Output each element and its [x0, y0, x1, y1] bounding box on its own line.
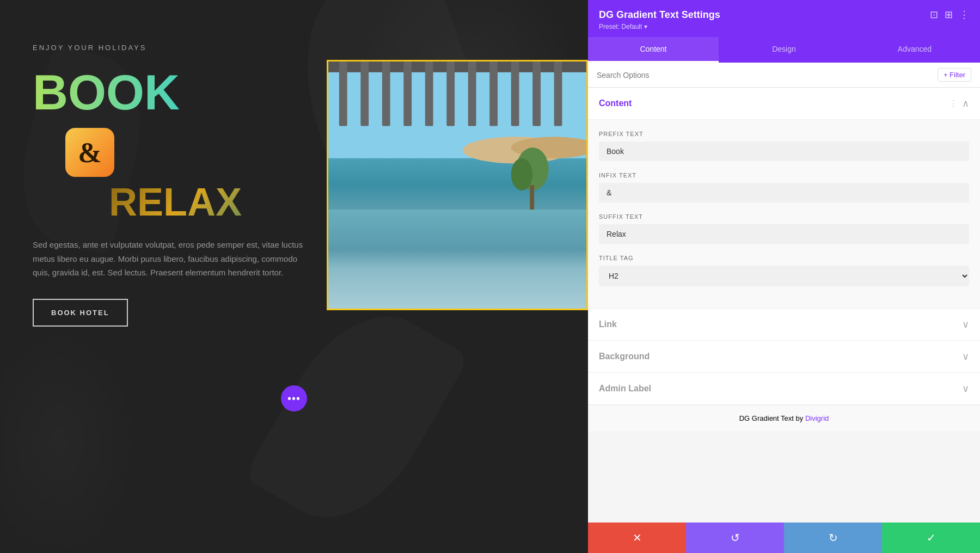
ampersand-logo: & [65, 128, 114, 177]
settings-panel: DG Gradient Text Settings ⊡ ⊞ ⋮ Preset: … [588, 0, 980, 553]
section-collapse-icon[interactable]: ∧ [962, 97, 969, 109]
admin-label-section-header: Admin Label ∨ [588, 373, 980, 404]
undo-button[interactable]: ↺ [686, 523, 784, 553]
link-section-header: Link ∨ [588, 309, 980, 340]
infix-label: Infix Text [599, 172, 969, 179]
infix-input[interactable] [599, 183, 969, 202]
panel-header-top: DG Gradient Text Settings ⊡ ⊞ ⋮ [599, 9, 969, 21]
content-section-title: Content [599, 99, 632, 108]
prefix-label: Prefix Text [599, 131, 969, 137]
suffix-input[interactable] [599, 224, 969, 244]
ampersand-icon-block: & [33, 128, 555, 182]
float-dots-icon: ••• [287, 392, 301, 405]
description-paragraph: Sed egestas, ante et vulputate volutpat,… [33, 238, 316, 280]
infix-field-group: Infix Text [599, 172, 969, 202]
canvas-area: ENJOY YOUR HOLIDAYS BOOK & RELAX Sed ege… [0, 0, 588, 553]
panel-header-icons: ⊡ ⊞ ⋮ [930, 9, 969, 21]
link-expand-icon[interactable]: ∨ [962, 318, 969, 330]
prefix-input[interactable] [599, 142, 969, 161]
enjoy-label: ENJOY YOUR HOLIDAYS [33, 44, 555, 52]
footer-by-text: by [796, 414, 805, 422]
book-gradient-text: BOOK [33, 68, 555, 117]
title-tag-label: Title Tag [599, 255, 969, 261]
settings-icon[interactable]: ⊡ [930, 9, 938, 21]
tab-design[interactable]: Design [719, 37, 849, 63]
background-section-title: Background [599, 352, 650, 361]
panel-preset[interactable]: Preset: Default ▾ [599, 23, 969, 30]
section-more: ⋮ ∧ [949, 97, 969, 109]
layout-icon[interactable]: ⊞ [945, 9, 953, 21]
background-section[interactable]: Background ∨ [588, 341, 980, 373]
canvas-content: ENJOY YOUR HOLIDAYS BOOK & RELAX Sed ege… [0, 0, 588, 348]
background-expand-icon[interactable]: ∨ [962, 351, 969, 362]
footer-divigrid-link[interactable]: Divigrid [805, 414, 829, 422]
link-section[interactable]: Link ∨ [588, 309, 980, 341]
search-input[interactable] [597, 71, 933, 79]
panel-title: DG Gradient Text Settings [599, 9, 720, 21]
content-section-header[interactable]: Content ⋮ ∧ [588, 88, 980, 120]
ampersand-char: & [78, 137, 101, 169]
title-tag-field-group: Title Tag H1 H2 H3 H4 H5 H6 p span [599, 255, 969, 286]
book-hotel-button[interactable]: BOOK HOTEL [33, 299, 128, 327]
cancel-button[interactable]: ✕ [588, 523, 686, 553]
panel-tabs: Content Design Advanced [588, 37, 980, 63]
action-bar: ✕ ↺ ↻ ✓ [588, 523, 980, 553]
suffix-field-group: Suffix Text [599, 213, 969, 244]
footer-plugin-name: DG Gradient Text [739, 414, 794, 422]
link-section-title: Link [599, 319, 617, 329]
prefix-field-group: Prefix Text [599, 131, 969, 161]
admin-label-expand-icon[interactable]: ∨ [962, 383, 969, 395]
panel-header: DG Gradient Text Settings ⊡ ⊞ ⋮ Preset: … [588, 0, 980, 37]
tab-advanced[interactable]: Advanced [849, 37, 980, 63]
panel-body: Content ⋮ ∧ Prefix Text Infix Text Suffi… [588, 88, 980, 523]
admin-label-section-title: Admin Label [599, 384, 651, 394]
filter-button[interactable]: + Filter [938, 68, 971, 82]
relax-gradient-text: RELAX [109, 182, 555, 222]
panel-footer: DG Gradient Text by Divigrid [588, 405, 980, 431]
tab-content[interactable]: Content [588, 37, 719, 63]
title-tag-select[interactable]: H1 H2 H3 H4 H5 H6 p span [599, 266, 969, 286]
suffix-label: Suffix Text [599, 213, 969, 220]
admin-label-section[interactable]: Admin Label ∨ [588, 373, 980, 405]
more-options-icon[interactable]: ⋮ [959, 9, 969, 21]
content-section-body: Prefix Text Infix Text Suffix Text Title… [588, 120, 980, 309]
float-action-button[interactable]: ••• [281, 385, 307, 411]
save-button[interactable]: ✓ [882, 523, 980, 553]
background-section-header: Background ∨ [588, 341, 980, 372]
section-dots-icon[interactable]: ⋮ [949, 99, 958, 109]
search-bar: + Filter [588, 63, 980, 88]
redo-button[interactable]: ↻ [784, 523, 882, 553]
